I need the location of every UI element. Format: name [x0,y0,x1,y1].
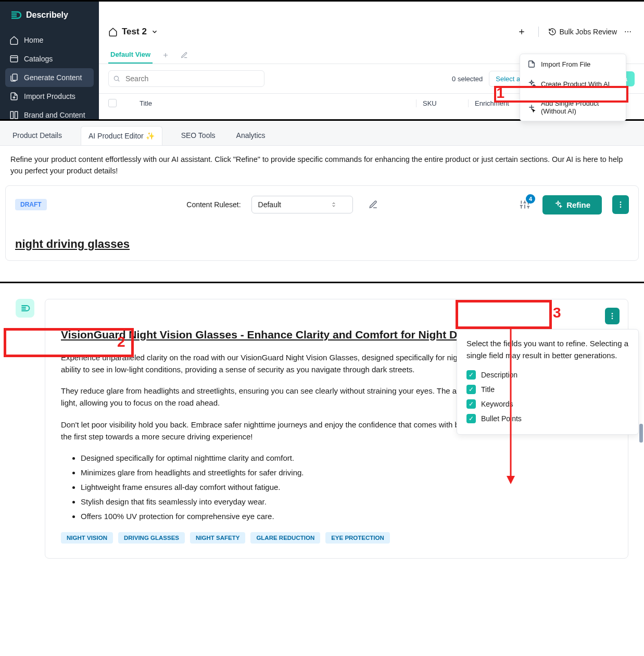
keyword-tag[interactable]: GLARE REDUCTION [250,532,320,544]
keyword-tag[interactable]: NIGHT SAFETY [190,532,245,544]
import-icon [9,92,19,101]
svg-point-7 [620,204,622,206]
history-icon [548,28,557,36]
filter-sliders-button[interactable]: 4 [517,197,532,212]
bulk-review-label: Bulk Jobs Review [560,28,617,36]
plus-icon [162,52,169,59]
plus-icon [517,28,526,36]
more-icon: ⋯ [624,28,632,36]
bullet-item: Minimizes glare from headlights and stre… [81,466,612,479]
svg-point-11 [612,313,613,314]
sidebar-item-label: Import Products [24,92,75,100]
option-label: Bullet Points [481,414,522,423]
menu-item-label: Import From File [541,60,590,68]
edit-view-button[interactable] [179,49,190,61]
sidebar: Describely Home Catalogs Generate Conten… [0,2,99,119]
svg-point-13 [612,318,613,319]
svg-rect-3 [15,111,18,119]
tab-default-view[interactable]: Default View [108,46,153,64]
popup-instruction: Select the fields you want to refine. Se… [466,338,629,361]
keyword-tag[interactable]: NIGHT VISION [61,532,113,544]
refine-option-keywords[interactable]: ✓ Keywords [466,397,629,411]
search-box [108,70,264,87]
divider [538,27,539,37]
sidebar-item-label: Generate Content [24,73,82,82]
bullet-item: Stylish design that fits seamlessly into… [81,496,612,508]
sparkle-icon [554,200,562,209]
editor-tabs: Product Details AI Product Editor ✨ SEO … [0,121,644,146]
refine-button[interactable]: Refine [542,195,602,215]
sidebar-item-label: Home [24,36,43,44]
svg-rect-0 [10,56,18,62]
refine-option-description[interactable]: ✓ Description [466,368,629,382]
svg-point-6 [620,201,622,203]
refine-option-bullet-points[interactable]: ✓ Bullet Points [466,411,629,426]
add-product-menu: Import From File Create Product With AI … [520,54,626,121]
bullet-item: Designed specifically for optimal nightt… [81,452,612,464]
menu-import-from-file[interactable]: Import From File [520,54,626,74]
file-icon [527,60,536,68]
sidebar-item-generate-content[interactable]: Generate Content [5,68,94,87]
search-input[interactable] [108,70,264,87]
cursor-icon [531,108,537,114]
refine-fields-popup: Select the fields you want to refine. Se… [457,329,639,435]
edit-icon [181,52,188,59]
menu-add-single-product[interactable]: Add Single Product (Without AI) [520,94,626,121]
select-all-checkbox[interactable] [108,99,129,107]
product-title-input[interactable]: night driving glasses [15,237,629,251]
tab-product-details[interactable]: Product Details [10,126,64,145]
menu-item-label: Create Product With AI [541,80,610,88]
editor-card: DRAFT Content Ruleset: Default 4 Refine [5,185,639,261]
keyword-tag[interactable]: DRIVING GLASSES [118,532,185,544]
tab-seo-tools[interactable]: SEO Tools [179,126,218,145]
menu-item-label: Add Single Product (Without AI) [541,99,618,115]
checkbox-checked-icon: ✓ [466,385,476,394]
catalog-icon [9,54,19,64]
ruleset-label: Content Ruleset: [186,200,241,209]
sidebar-item-label: Catalogs [24,55,53,63]
scrollbar-thumb[interactable] [639,424,643,443]
add-view-button[interactable] [160,49,171,61]
more-actions-button[interactable] [612,195,629,214]
tab-analytics[interactable]: Analytics [234,126,268,145]
catalog-name-text: Test 2 [122,27,147,37]
more-button[interactable]: ⋯ [621,24,635,39]
sidebar-item-import-products[interactable]: Import Products [0,87,99,106]
column-sku[interactable]: SKU [416,99,468,107]
chevron-down-icon [151,28,158,35]
search-icon [113,75,120,82]
option-label: Keywords [481,400,513,408]
brand-logo: Describely [0,9,99,31]
sidebar-item-catalogs[interactable]: Catalogs [0,49,99,68]
option-label: Description [481,371,517,379]
column-title[interactable]: Title [129,99,416,107]
checkbox-checked-icon: ✓ [466,370,476,380]
svg-rect-1 [12,74,17,80]
main-content: Test 2 Bulk Jobs Review ⋯ Default View [99,2,644,119]
tab-ai-product-editor[interactable]: AI Product Editor ✨ [81,126,162,145]
keyword-tag[interactable]: EYE PROTECTION [325,532,390,544]
column-enrichment[interactable]: Enrichment [468,99,520,107]
bullet-item: Offers 100% UV protection for comprehens… [81,510,612,523]
filter-count-badge: 4 [526,194,535,204]
checkbox-checked-icon: ✓ [466,414,476,423]
ruleset-select[interactable]: Default [251,196,353,213]
edit-ruleset-button[interactable] [369,200,378,209]
draft-badge: DRAFT [15,199,47,210]
checkbox-checked-icon: ✓ [466,399,476,409]
add-button[interactable] [514,24,529,39]
svg-point-8 [620,206,622,208]
bullet-item: Lightweight frame ensures all-day comfor… [81,481,612,494]
bulk-jobs-review-button[interactable]: Bulk Jobs Review [548,28,617,36]
ruleset-value: Default [258,200,281,209]
card-toolbar: DRAFT Content Ruleset: Default 4 Refine [15,195,629,215]
sidebar-item-home[interactable]: Home [0,31,99,49]
catalog-selector[interactable]: Test 2 [108,27,158,37]
catalog-header-icon [108,27,118,36]
output-more-button[interactable] [605,308,620,324]
keyword-tags: NIGHT VISION DRIVING GLASSES NIGHT SAFET… [61,532,612,544]
menu-create-product-ai[interactable]: Create Product With AI [520,74,626,94]
refine-label: Refine [566,200,590,209]
selected-count: 0 selected [452,75,483,83]
refine-option-title[interactable]: ✓ Title [466,382,629,397]
